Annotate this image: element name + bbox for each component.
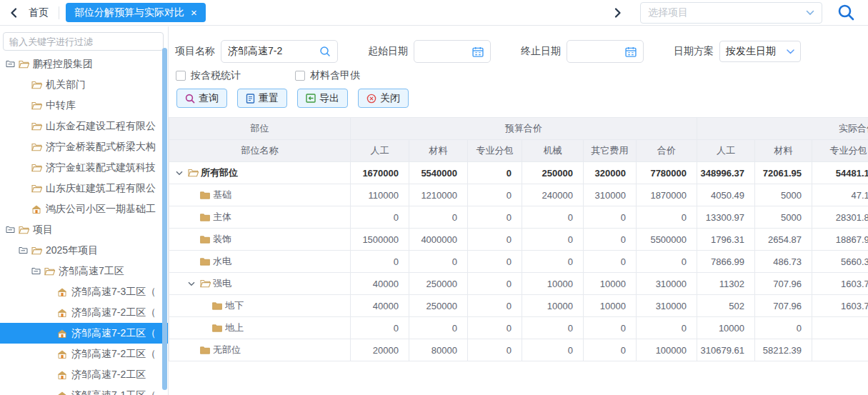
table-row[interactable]: 水电0000007866.99486.735660.38 <box>169 251 868 273</box>
start-date-input[interactable] <box>421 46 468 57</box>
tree-node[interactable]: 鸿庆公司小区一期基础工 <box>0 199 168 219</box>
value-cell: 0 <box>522 206 584 229</box>
reset-button[interactable]: 重置 <box>237 89 287 108</box>
tree-node[interactable]: 中转库 <box>0 95 168 116</box>
folder-open-icon <box>31 164 45 172</box>
table-row[interactable]: 强电400002500000100001000031000011302707.9… <box>169 273 868 295</box>
tree-node[interactable]: 济邹高速7-2工区（ <box>0 323 168 344</box>
global-search-icon[interactable] <box>837 4 855 21</box>
calendar-icon[interactable] <box>472 46 484 57</box>
start-date-field[interactable] <box>414 40 491 63</box>
part-name-wrap: 主体 <box>169 211 350 224</box>
tree-filter-input[interactable] <box>3 32 164 51</box>
table-row[interactable]: 地上0000001000000 <box>169 317 868 339</box>
tree-node[interactable]: 鹏程控股集团 <box>0 54 168 74</box>
tree-node[interactable]: 济邹高速7-2工区 <box>0 364 168 385</box>
column-header: 其它费用 <box>584 140 637 162</box>
date-scheme-select[interactable]: 按发生日期 <box>719 41 801 62</box>
value-cell: 1870000 <box>637 184 697 206</box>
tab-close-icon[interactable]: × <box>191 7 197 18</box>
org-tree-sidebar: 鹏程控股集团机关部门中转库山东金石建设工程有限公济宁金桥装配式桥梁大构济宁金虹装… <box>0 26 169 395</box>
value-cell: 0 <box>812 339 868 361</box>
value-cell: 110000 <box>351 184 409 206</box>
project-select[interactable]: 选择项目 <box>640 2 822 24</box>
close-circle-icon <box>366 94 376 104</box>
tree-node[interactable]: 济邹高速7-2工区（ <box>0 344 168 364</box>
tree-node[interactable]: 山东庆虹建筑工程有限公 <box>0 178 168 199</box>
value-cell: 5000 <box>755 206 812 229</box>
comparison-table-wrap: 部位 预算合价 实际合价 部位名称人工材料专业分包机械其它费用合价人工材料专业分… <box>169 117 868 361</box>
tree-node-label: 济宁金桥装配式桥梁大构 <box>46 141 156 154</box>
table-row[interactable]: 主体00000013300.97500028301.89 <box>169 206 868 229</box>
nav-forward-icon[interactable] <box>614 8 622 18</box>
value-cell: 0 <box>468 273 522 295</box>
tree-node[interactable]: 济邹高速7-3工区（ <box>0 281 168 302</box>
value-cell: 1796.31 <box>697 229 755 251</box>
tree-expander-icon[interactable] <box>31 267 44 275</box>
column-header: 人工 <box>697 140 755 162</box>
row-expander-icon[interactable] <box>176 171 188 176</box>
nav-back-icon[interactable] <box>10 8 17 18</box>
value-cell: 240000 <box>522 184 584 206</box>
tab-home[interactable]: 首页 <box>29 6 49 19</box>
part-name-cell: 装饰 <box>169 229 351 251</box>
end-date-input[interactable] <box>574 46 621 57</box>
folder-open-icon <box>200 279 213 288</box>
part-name-wrap: 装饰 <box>169 233 350 246</box>
tree-expander-icon[interactable] <box>19 246 31 254</box>
query-button[interactable]: 查询 <box>176 89 227 108</box>
project-name-label: 项目名称 <box>175 45 215 58</box>
tree-node[interactable]: 2025年项目 <box>0 240 168 261</box>
folder-open-icon <box>188 169 201 177</box>
home-icon <box>57 350 71 359</box>
main-content: 项目名称 起始日期 终止日期 <box>169 26 868 395</box>
tree-node[interactable]: 机关部门 <box>0 74 168 95</box>
export-button[interactable]: 导出 <box>297 89 348 108</box>
material-supplied-label: 材料含甲供 <box>310 69 360 82</box>
value-cell: 10000 <box>697 317 755 339</box>
value-cell: 0 <box>637 317 697 339</box>
calendar-icon[interactable] <box>625 46 637 57</box>
table-row[interactable]: 基础1100001210000024000031000018700004050.… <box>169 184 868 206</box>
date-scheme-value: 按发生日期 <box>726 45 776 58</box>
group-header-budget: 预算合价 <box>351 118 697 140</box>
close-button[interactable]: 关闭 <box>358 89 409 108</box>
value-cell: 10000 <box>584 295 637 317</box>
value-cell: 0 <box>351 251 409 273</box>
value-cell: 0 <box>468 229 522 251</box>
table-row[interactable]: 无部位2000080000000100000310679.6158212.390 <box>169 339 868 361</box>
tree-node[interactable]: 济宁金虹装配式建筑科技 <box>0 157 168 178</box>
project-name-field[interactable] <box>221 40 338 63</box>
org-project-tree: 鹏程控股集团机关部门中转库山东金石建设工程有限公济宁金桥装配式桥梁大构济宁金虹装… <box>0 54 168 395</box>
table-row[interactable]: 所有部位167000055400000250000320000778000034… <box>169 162 868 184</box>
end-date-field[interactable] <box>567 40 644 63</box>
table-row[interactable]: 地下4000025000001000010000310000502707.961… <box>169 295 868 317</box>
tree-node[interactable]: 项目 <box>0 219 168 240</box>
value-cell: 0 <box>468 339 522 361</box>
search-icon[interactable] <box>319 46 331 57</box>
value-cell: 4000000 <box>409 229 468 251</box>
project-name-input[interactable] <box>228 46 315 57</box>
table-row[interactable]: 装饰1500000400000000055000001796.312654.87… <box>169 229 868 251</box>
material-supplied-checkbox[interactable] <box>295 71 305 81</box>
tab-active[interactable]: 部位分解预算与实际对比 × <box>66 3 206 22</box>
tree-node[interactable]: 济宁金桥装配式桥梁大构 <box>0 136 168 157</box>
tax-included-checkbox[interactable] <box>176 71 186 81</box>
home-icon <box>57 391 71 395</box>
part-name-cell: 无部位 <box>169 339 351 361</box>
tree-node[interactable]: 济邹高速7-1工区（ <box>0 385 168 395</box>
value-cell: 0 <box>468 206 522 229</box>
tree-expander-icon[interactable] <box>6 60 19 68</box>
tree-node[interactable]: 济邹高速7-2工区（ <box>0 302 168 323</box>
tree-node[interactable]: 山东金石建设工程有限公 <box>0 116 168 136</box>
tree-node-label: 济邹高速7-1工区（ <box>71 389 156 395</box>
group-header-part: 部位 <box>169 118 351 140</box>
part-name: 地下 <box>225 299 244 312</box>
tree-node[interactable]: 济邹高速7工区 <box>0 261 168 281</box>
value-cell: 4050.49 <box>697 184 755 206</box>
tree-expander-icon[interactable] <box>6 226 19 234</box>
sidebar-scrollbar[interactable] <box>162 48 167 390</box>
folder-open-icon <box>31 246 45 255</box>
row-expander-icon[interactable] <box>188 281 200 286</box>
value-cell: 0 <box>351 317 409 339</box>
